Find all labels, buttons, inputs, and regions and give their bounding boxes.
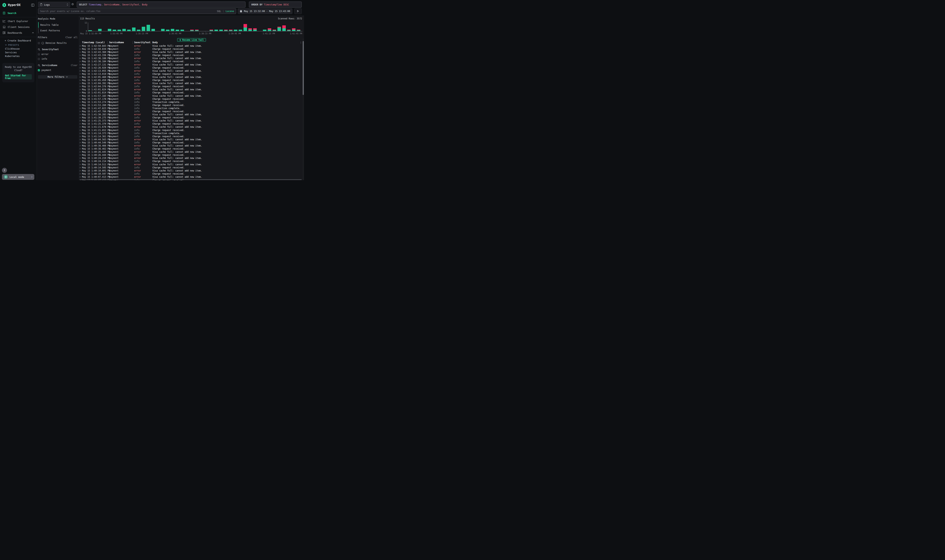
- row-expand-chevron-icon[interactable]: >: [80, 79, 81, 82]
- log-row[interactable]: >May 15 1:40:14.511 PMpaymenterrorVisa c…: [79, 163, 302, 166]
- histogram-bar[interactable]: [277, 27, 281, 31]
- row-expand-chevron-icon[interactable]: >: [80, 113, 81, 116]
- mode-event-patterns[interactable]: Event Patterns: [38, 28, 77, 33]
- log-row[interactable]: >May 15 1:41:47.823 PMpaymentinfoTransac…: [79, 107, 302, 110]
- log-row[interactable]: >May 15 1:41:14.373 PMpaymentinfoTransac…: [79, 132, 302, 135]
- log-row[interactable]: >May 15 1:40:44.563 PMpaymenterrorVisa c…: [79, 138, 302, 141]
- histogram-bar[interactable]: [180, 30, 184, 31]
- histogram-bar[interactable]: [234, 30, 237, 31]
- sidebar-collapse-icon[interactable]: [31, 4, 34, 6]
- log-row[interactable]: >May 15 1:40:26.445 PMpaymenterrorVisa c…: [79, 150, 302, 154]
- log-row[interactable]: >May 15 1:41:30.283 PMpaymenterrorVisa c…: [79, 113, 302, 116]
- log-row[interactable]: >May 15 1:40:38.462 PMpaymentinfoCharge …: [79, 147, 302, 150]
- preset-clickhouse[interactable]: Clickhouse: [0, 47, 37, 51]
- column-header-severitytext[interactable]: SeverityText: [134, 41, 150, 44]
- log-row[interactable]: >May 15 1:40:14.505 PMpaymentinfoCharge …: [79, 166, 302, 169]
- row-expand-chevron-icon[interactable]: >: [80, 73, 81, 75]
- log-row[interactable]: >May 15 1:42:43.360 PMpaymenterrorVisa c…: [79, 51, 302, 54]
- row-expand-chevron-icon[interactable]: >: [80, 166, 81, 169]
- histogram-bar[interactable]: [210, 30, 213, 31]
- sidebar-item-dashboards[interactable]: Dashboards: [0, 30, 37, 35]
- row-expand-chevron-icon[interactable]: >: [80, 85, 81, 88]
- row-expand-chevron-icon[interactable]: >: [80, 141, 81, 144]
- log-row[interactable]: >May 15 1:41:14.361 PMpaymentinfoCharge …: [79, 135, 302, 138]
- histogram-bar[interactable]: [98, 29, 102, 31]
- time-range-picker[interactable]: May 15 13:32:00 - May 15 13:43:00: [238, 8, 292, 14]
- row-expand-chevron-icon[interactable]: >: [80, 88, 81, 91]
- filter-option-payment[interactable]: payment: [38, 68, 77, 72]
- row-expand-chevron-icon[interactable]: >: [80, 101, 81, 103]
- source-select[interactable]: Logs: [38, 2, 70, 8]
- log-row[interactable]: >May 15 1:40:24.214 PMpaymentinfoCharge …: [79, 160, 302, 163]
- histogram-bar[interactable]: [273, 30, 276, 31]
- histogram-bar[interactable]: [292, 28, 296, 31]
- histogram-bar[interactable]: [214, 30, 218, 31]
- log-row[interactable]: >May 15 1:42:50.843 PMpaymenterrorVisa c…: [79, 45, 302, 48]
- log-row[interactable]: >May 15 1:42:04.376 PMpaymentinfoCharge …: [79, 85, 302, 88]
- row-expand-chevron-icon[interactable]: >: [80, 119, 81, 122]
- histogram-bar[interactable]: [113, 30, 116, 31]
- row-expand-chevron-icon[interactable]: >: [80, 169, 81, 172]
- histogram-bar[interactable]: [253, 28, 257, 31]
- histogram-bar[interactable]: [171, 29, 174, 31]
- row-expand-chevron-icon[interactable]: >: [80, 48, 81, 51]
- horizontal-scrollbar-thumb[interactable]: [80, 179, 302, 180]
- order-by-input[interactable]: ORDER BY TimestampTime DESC: [249, 2, 302, 8]
- toggle-lucene[interactable]: Lucene: [226, 10, 234, 12]
- create-dashboard-link[interactable]: + Create Dashboard: [0, 38, 37, 43]
- row-expand-chevron-icon[interactable]: >: [80, 175, 81, 178]
- histogram-bar[interactable]: [190, 30, 194, 31]
- histogram-bar[interactable]: [244, 24, 247, 31]
- histogram-bar[interactable]: [287, 30, 291, 31]
- row-expand-chevron-icon[interactable]: >: [80, 126, 81, 128]
- checkbox[interactable]: [38, 53, 40, 55]
- row-expand-chevron-icon[interactable]: >: [80, 82, 81, 85]
- checkbox[interactable]: [38, 69, 40, 71]
- mode-results-table[interactable]: Results Table: [38, 22, 77, 28]
- row-expand-chevron-icon[interactable]: >: [80, 163, 81, 166]
- histogram-bar[interactable]: [263, 30, 267, 31]
- help-button[interactable]: ?: [2, 168, 7, 173]
- log-row[interactable]: >May 15 1:41:25.373 PMpaymenterrorVisa c…: [79, 119, 302, 122]
- sidebar-item-chart-explorer[interactable]: Chart Explorer: [0, 18, 37, 24]
- row-expand-chevron-icon[interactable]: >: [80, 57, 81, 60]
- row-expand-chevron-icon[interactable]: >: [80, 132, 81, 135]
- toggle-sql[interactable]: SQL: [217, 10, 221, 12]
- preset-services[interactable]: Services: [0, 51, 37, 54]
- histogram-bar[interactable]: [282, 25, 286, 31]
- table-menu-kebab-icon[interactable]: ⋮: [299, 41, 302, 44]
- checkbox[interactable]: [38, 58, 40, 60]
- log-row[interactable]: >May 15 1:41:57.178 PMpaymentinfoCharge …: [79, 97, 302, 101]
- histogram-bar[interactable]: [132, 28, 136, 31]
- log-row[interactable]: >May 15 1:42:27.131 PMpaymenterrorVisa c…: [79, 63, 302, 66]
- row-expand-chevron-icon[interactable]: >: [80, 138, 81, 141]
- histogram-bar[interactable]: [248, 28, 252, 31]
- row-expand-chevron-icon[interactable]: >: [80, 154, 81, 156]
- row-expand-chevron-icon[interactable]: >: [80, 98, 81, 100]
- log-row[interactable]: >May 15 1:41:53.274 PMpaymentinfoTransac…: [79, 101, 302, 104]
- row-expand-chevron-icon[interactable]: >: [80, 135, 81, 138]
- row-expand-chevron-icon[interactable]: >: [80, 45, 81, 47]
- histogram-bar[interactable]: [151, 29, 155, 31]
- log-row[interactable]: >May 15 1:42:13.055 PMpaymenterrorVisa c…: [79, 69, 302, 72]
- denoise-checkbox[interactable]: [38, 42, 40, 44]
- log-row[interactable]: >May 15 1:40:10.601 PMpaymenterrorVisa c…: [79, 169, 302, 172]
- row-expand-chevron-icon[interactable]: >: [80, 54, 81, 57]
- account-menu[interactable]: U Local mode: [2, 174, 34, 180]
- get-started-button[interactable]: Get Started for Free: [5, 74, 32, 80]
- row-expand-chevron-icon[interactable]: >: [80, 104, 81, 106]
- row-expand-chevron-icon[interactable]: >: [80, 110, 81, 113]
- log-row[interactable]: >May 15 1:40:07.413 PMpaymenterrorVisa c…: [79, 175, 302, 178]
- histogram-bar[interactable]: [219, 30, 223, 31]
- log-row[interactable]: >May 15 1:41:21.678 PMpaymenterrorVisa c…: [79, 125, 302, 128]
- histogram-bar[interactable]: [195, 30, 199, 31]
- sidebar-item-search[interactable]: Search: [0, 10, 37, 16]
- row-expand-chevron-icon[interactable]: >: [80, 172, 81, 175]
- sidebar-item-client-sessions[interactable]: Client Sessions: [0, 24, 37, 30]
- log-row[interactable]: >May 15 1:41:57.183 PMpaymenterrorVisa c…: [79, 94, 302, 97]
- denoise-results-option[interactable]: Denoise Results: [38, 41, 77, 45]
- histogram-bar[interactable]: [161, 29, 165, 31]
- histogram-bar[interactable]: [176, 30, 179, 31]
- run-query-button[interactable]: [294, 8, 302, 14]
- row-expand-chevron-icon[interactable]: >: [80, 63, 81, 66]
